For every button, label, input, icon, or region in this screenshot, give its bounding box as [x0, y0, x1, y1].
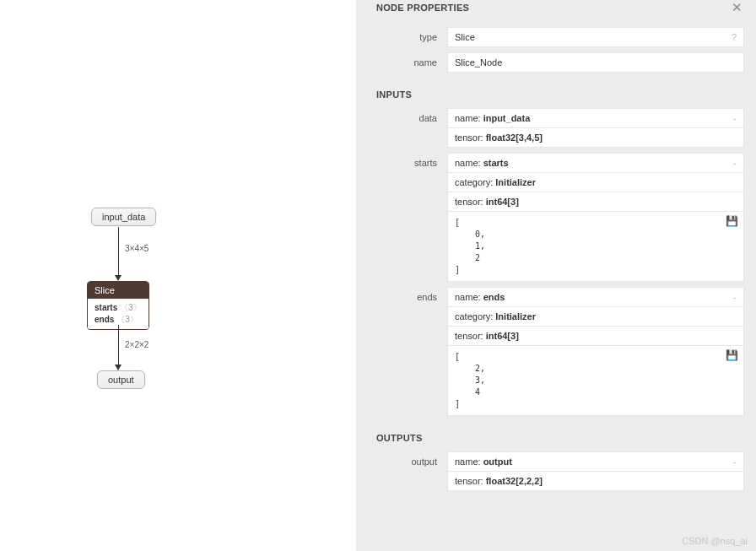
field-value: Initializer: [495, 311, 536, 321]
field-prefix: tensor:: [455, 476, 486, 486]
properties-panel: NODE PROPERTIES ✕ type Slice ? name Slic…: [356, 0, 756, 551]
field-prefix: name:: [455, 113, 483, 123]
input-starts-values: [ 0, 1, 2 ]: [448, 212, 743, 281]
field-value: starts: [483, 158, 509, 168]
output-name-field[interactable]: name: output -: [447, 451, 744, 472]
field-value: output: [483, 456, 512, 467]
field-prefix: category:: [455, 177, 495, 187]
arrowhead-icon: [115, 365, 122, 370]
field-prefix: tensor:: [455, 197, 486, 207]
arrowhead-icon: [115, 275, 122, 281]
input-data-label: data: [356, 108, 447, 123]
field-prefix: name:: [455, 456, 483, 467]
op-attr-shape: 〈3〉: [116, 315, 138, 324]
field-value: input_data: [483, 113, 531, 123]
type-field[interactable]: Slice ?: [447, 27, 744, 47]
edge-label: 3×4×5: [125, 244, 148, 253]
help-icon[interactable]: ?: [732, 32, 737, 42]
name-field[interactable]: Slice_Node: [447, 52, 744, 73]
input-starts-category-field: category: Initializer: [447, 173, 744, 192]
input-data-name-field[interactable]: name: input_data -: [447, 108, 744, 128]
field-prefix: tensor:: [455, 132, 486, 143]
input-ends-tensor-field: tensor: int64[3]: [447, 327, 744, 346]
field-prefix: tensor:: [455, 331, 486, 341]
input-ends-label: ends: [356, 287, 447, 302]
edge-label: 2×2×2: [125, 340, 148, 349]
field-value: float32[3,4,5]: [486, 132, 543, 143]
graph-input-node[interactable]: input_data: [91, 208, 156, 226]
field-value: int64[3]: [486, 197, 519, 207]
op-node-title: Slice: [88, 282, 148, 299]
op-attr-shape: 〈3〉: [120, 303, 142, 312]
outputs-section-header: OUTPUTS: [356, 421, 756, 451]
field-value: int64[3]: [486, 331, 519, 341]
graph-edge: [118, 227, 119, 276]
graph-op-node[interactable]: Slice starts 〈3〉 ends 〈3〉: [87, 281, 149, 330]
watermark: CSDN @nsq_ai: [682, 536, 748, 546]
op-attr-key: starts: [94, 303, 117, 312]
input-starts-label: starts: [356, 153, 447, 168]
output-tensor-field: tensor: float32[2,2,2]: [447, 472, 744, 491]
graph-canvas[interactable]: input_data 3×4×5 Slice starts 〈3〉 ends 〈…: [0, 0, 356, 551]
field-prefix: name:: [455, 158, 483, 168]
input-ends-name-field[interactable]: name: ends -: [447, 287, 744, 307]
panel-title: NODE PROPERTIES: [376, 3, 469, 13]
input-starts-name-field[interactable]: name: starts -: [447, 153, 744, 173]
collapse-icon[interactable]: -: [733, 158, 737, 168]
name-value: Slice_Node: [455, 57, 502, 68]
collapse-icon[interactable]: -: [733, 292, 737, 302]
close-icon[interactable]: ✕: [732, 0, 742, 15]
input-data-tensor-field: tensor: float32[3,4,5]: [447, 128, 744, 148]
field-value: ends: [483, 292, 505, 302]
graph-edge: [118, 325, 119, 365]
inputs-section-header: INPUTS: [356, 78, 756, 108]
op-attr-key: ends: [94, 315, 114, 324]
save-icon[interactable]: 💾: [726, 349, 738, 361]
name-label: name: [356, 52, 447, 68]
field-value: float32[2,2,2]: [486, 476, 543, 486]
field-value: Initializer: [495, 177, 536, 187]
input-starts-tensor-field: tensor: int64[3]: [447, 192, 744, 212]
type-value: Slice: [455, 32, 475, 42]
collapse-icon[interactable]: -: [733, 113, 737, 123]
input-ends-category-field: category: Initializer: [447, 307, 744, 327]
collapse-icon[interactable]: -: [733, 456, 737, 467]
input-ends-values: [ 2, 3, 4 ]: [448, 346, 743, 415]
output-label: output: [356, 451, 447, 467]
type-label: type: [356, 27, 447, 42]
input-ends-values-field: [ 2, 3, 4 ] 💾: [447, 346, 744, 416]
field-prefix: name:: [455, 292, 483, 302]
save-icon[interactable]: 💾: [726, 215, 738, 227]
graph-output-node[interactable]: output: [97, 370, 145, 389]
field-prefix: category:: [455, 311, 495, 321]
input-starts-values-field: [ 0, 1, 2 ] 💾: [447, 212, 744, 282]
